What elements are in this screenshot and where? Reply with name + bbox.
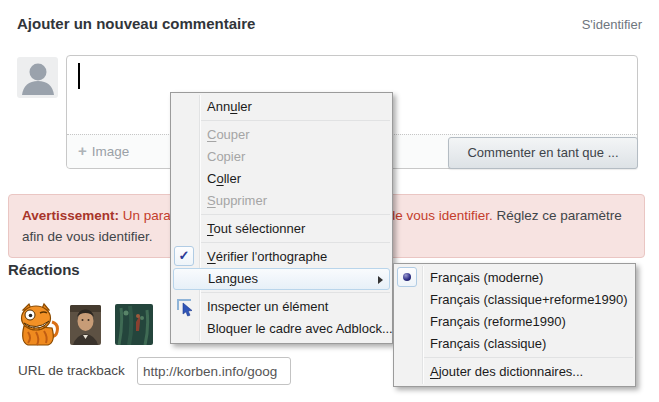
plus-icon: + <box>78 142 87 159</box>
submenu-arrow-icon <box>378 276 383 284</box>
menu-item-label: Bloquer le cadre avec Adblock... <box>207 321 393 336</box>
menu-item-label: Couper <box>207 127 250 142</box>
menu-item-label: Supprimer <box>207 193 267 208</box>
menu-item-tout-selectionner[interactable]: Tout sélectionner <box>171 218 392 240</box>
reactions-heading: Réactions <box>8 261 80 278</box>
cat-avatar[interactable] <box>16 302 60 348</box>
commenter-avatar <box>17 57 58 98</box>
person-silhouette-icon <box>17 57 58 98</box>
trackback-label: URL de trackback <box>18 363 125 378</box>
menu-item-label: Français (reforme1990) <box>430 314 566 329</box>
menu-item-label: Tout sélectionner <box>207 221 305 236</box>
context-menu: AnnulerCouperCopierCollerSupprimerTout s… <box>170 92 393 344</box>
submenu-item-ajouter-des-dictionnaires[interactable]: Ajouter des dictionnaires... <box>394 361 635 383</box>
menu-item-couper[interactable]: Couper <box>171 124 392 146</box>
comment-submit-button[interactable]: Commenter en tant que ... <box>448 137 638 169</box>
menu-item-label: Inspecter un élément <box>207 299 328 314</box>
submenu-item-francais-reforme1990[interactable]: Français (reforme1990) <box>394 311 635 333</box>
man-avatar[interactable] <box>70 305 101 345</box>
submenu-item-francais-classique[interactable]: Français (classique) <box>394 333 635 355</box>
forest-avatar[interactable] <box>115 304 153 345</box>
signin-link[interactable]: S'identifier <box>582 17 642 32</box>
comment-page: Ajouter un nouveau commentaire S'identif… <box>0 0 659 402</box>
menu-separator <box>201 214 390 215</box>
text-caret <box>78 63 80 89</box>
menu-item-bloquer-le-cadre-avec-adblock[interactable]: Bloquer le cadre avec Adblock... <box>171 318 392 340</box>
language-submenu: Français (moderne)Français (classique+re… <box>393 263 636 387</box>
menu-item-label: Français (classique) <box>430 336 546 351</box>
menu-item-coller[interactable]: Coller <box>171 168 392 190</box>
menu-item-annuler[interactable]: Annuler <box>171 96 392 118</box>
menu-separator <box>201 292 390 293</box>
menu-item-label: Annuler <box>207 99 252 114</box>
page-title: Ajouter un nouveau commentaire <box>17 15 255 32</box>
menu-item-label: Ajouter des dictionnaires... <box>430 364 583 379</box>
menu-item-verifier-l-orthographe[interactable]: ✓Vérifier l'orthographe <box>171 246 392 268</box>
menu-separator <box>201 242 390 243</box>
radio-dot-icon <box>403 273 411 281</box>
menu-separator <box>424 357 633 358</box>
menu-item-label: Coller <box>207 171 241 186</box>
menu-item-langues[interactable]: Langues <box>173 268 390 290</box>
menu-item-label: Vérifier l'orthographe <box>207 249 327 264</box>
warning-label: Avertissement: <box>22 208 119 223</box>
checkmark-icon: ✓ <box>174 246 194 266</box>
menu-item-label: Langues <box>208 271 258 286</box>
inspect-element-icon <box>175 297 195 317</box>
menu-item-label: Français (classique+reforme1990) <box>430 292 628 307</box>
menu-separator <box>201 120 390 121</box>
menu-item-supprimer[interactable]: Supprimer <box>171 190 392 212</box>
add-image-label: Image <box>92 144 130 159</box>
menu-item-inspecter-un-element[interactable]: Inspecter un élément <box>171 296 392 318</box>
submenu-item-francais-classique-reforme1990[interactable]: Français (classique+reforme1990) <box>394 289 635 311</box>
menu-item-label: Copier <box>207 149 245 164</box>
trackback-url-input[interactable] <box>137 357 291 385</box>
add-image-button[interactable]: +Image <box>78 142 129 159</box>
menu-item-label: Français (moderne) <box>430 270 543 285</box>
menu-item-copier[interactable]: Copier <box>171 146 392 168</box>
submenu-item-francais-moderne[interactable]: Français (moderne) <box>394 267 635 289</box>
radio-selected-icon <box>397 267 417 287</box>
